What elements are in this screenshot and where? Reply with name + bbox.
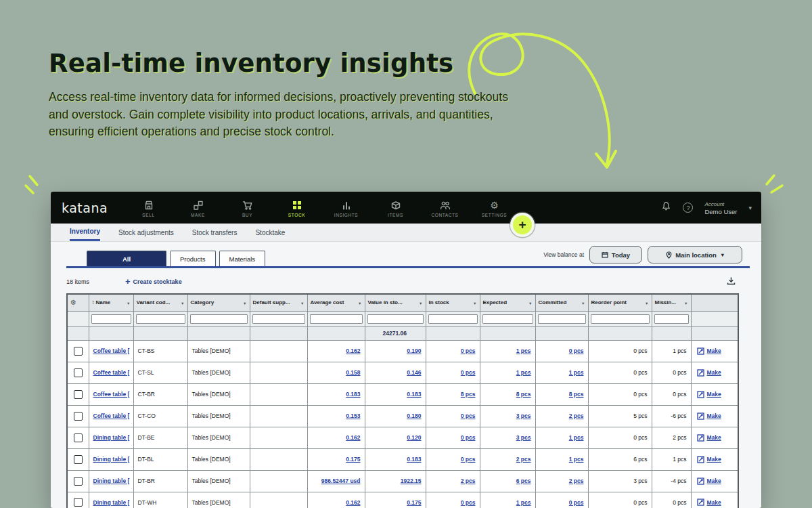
make-action-button[interactable]: Make	[697, 412, 734, 420]
value-in-stock-link[interactable]: 0.175	[407, 499, 421, 506]
nav-item-stock-active[interactable]: STOCK	[272, 198, 321, 217]
item-name-link[interactable]: Coffee table [	[93, 369, 130, 376]
expected-link[interactable]: 8 pcs	[516, 391, 531, 398]
value-in-stock-link[interactable]: 0.183	[407, 456, 421, 463]
missing-filter-input[interactable]	[654, 314, 689, 324]
in-stock-link[interactable]: 0 pcs	[461, 434, 476, 441]
item-name-link[interactable]: Coffee table [	[93, 412, 130, 419]
committed-link[interactable]: 1 pcs	[569, 434, 584, 441]
nav-item-contacts[interactable]: CONTACTS	[420, 198, 470, 217]
name-filter-input[interactable]	[91, 314, 131, 324]
average-cost-link[interactable]: 0.162	[346, 499, 360, 506]
average-cost-link[interactable]: 0.162	[346, 434, 360, 441]
date-picker-button[interactable]: Today	[589, 246, 642, 263]
in-stock-link[interactable]: 0 pcs	[461, 347, 476, 354]
export-download-icon[interactable]	[727, 276, 736, 288]
column-variant-code-header[interactable]: Variant cod...▼	[133, 294, 187, 311]
column-average-cost-header[interactable]: Average cost▼	[307, 294, 365, 311]
filter-pill-materials[interactable]: Materials	[219, 251, 266, 266]
chevron-down-icon[interactable]: ▾	[748, 205, 752, 211]
make-action-button[interactable]: Make	[697, 434, 734, 442]
row-checkbox[interactable]	[74, 455, 83, 464]
nav-item-buy[interactable]: BUY	[223, 198, 272, 217]
nav-item-make[interactable]: MAKE	[173, 198, 223, 217]
average-cost-link[interactable]: 0.158	[346, 369, 360, 376]
notifications-bell-icon[interactable]	[661, 201, 671, 214]
make-action-button[interactable]: Make	[697, 478, 734, 485]
row-checkbox[interactable]	[74, 412, 83, 421]
tab-stock-transfers[interactable]: Stock transfers	[192, 224, 238, 241]
create-stocktake-button[interactable]: + Create stocktake	[125, 277, 182, 286]
in-stock-link[interactable]: 0 pcs	[461, 369, 476, 376]
in-stock-link[interactable]: 0 pcs	[461, 456, 476, 463]
item-name-link[interactable]: Dining table [	[93, 434, 130, 441]
item-name-link[interactable]: Coffee table [	[93, 347, 130, 354]
value-in-stock-filter-input[interactable]	[367, 314, 424, 324]
nav-item-insights[interactable]: INSIGHTS	[321, 198, 371, 217]
nav-item-settings[interactable]: ⚙ SETTINGS	[470, 198, 519, 217]
create-new-fab-button[interactable]: +	[513, 215, 532, 234]
variant-code-filter-input[interactable]	[136, 314, 185, 324]
average-cost-link[interactable]: 0.183	[346, 391, 360, 398]
committed-link[interactable]: 2 pcs	[569, 478, 584, 484]
column-expected-header[interactable]: Expected▼	[480, 294, 535, 311]
value-in-stock-link[interactable]: 0.190	[407, 347, 421, 354]
make-action-button[interactable]: Make	[697, 369, 734, 377]
expected-filter-input[interactable]	[482, 314, 533, 324]
column-reorder-point-header[interactable]: Reorder point▼	[588, 294, 652, 311]
value-in-stock-link[interactable]: 0.146	[407, 369, 421, 376]
reorder-point-filter-input[interactable]	[591, 314, 650, 324]
expected-link[interactable]: 2 pcs	[516, 456, 531, 463]
in-stock-filter-input[interactable]	[428, 314, 478, 324]
column-category-header[interactable]: Category▼	[187, 294, 250, 311]
column-name-header[interactable]: ↕Name▼	[89, 294, 133, 311]
make-action-button[interactable]: Make	[697, 499, 734, 506]
tab-inventory[interactable]: Inventory	[70, 224, 100, 241]
row-checkbox[interactable]	[74, 390, 83, 399]
tab-stock-adjustments[interactable]: Stock adjustments	[118, 224, 174, 241]
make-action-button[interactable]: Make	[697, 347, 734, 355]
tab-stocktake[interactable]: Stocktake	[255, 224, 285, 241]
row-checkbox[interactable]	[74, 498, 83, 507]
supplier-filter-input[interactable]	[252, 314, 305, 324]
expected-link[interactable]: 3 pcs	[516, 434, 531, 441]
value-in-stock-link[interactable]: 0.183	[407, 391, 421, 398]
column-default-supplier-header[interactable]: Default supp...▼	[250, 294, 307, 311]
column-in-stock-header[interactable]: In stock▼	[426, 294, 480, 311]
filter-pill-all[interactable]: All	[87, 251, 166, 266]
item-name-link[interactable]: Dining table [	[93, 499, 130, 506]
average-cost-filter-input[interactable]	[310, 314, 363, 324]
value-in-stock-link[interactable]: 1922.15	[401, 478, 422, 484]
nav-item-sell[interactable]: SELL	[124, 198, 173, 217]
make-action-button[interactable]: Make	[697, 456, 734, 463]
average-cost-link[interactable]: 0.153	[346, 412, 360, 419]
location-picker-button[interactable]: Main location ▾	[648, 246, 742, 263]
average-cost-link[interactable]: 0.175	[346, 456, 360, 463]
expected-link[interactable]: 6 pcs	[516, 478, 531, 484]
value-in-stock-link[interactable]: 0.180	[407, 412, 421, 419]
help-icon[interactable]: ?	[683, 203, 693, 213]
column-committed-header[interactable]: Committed▼	[535, 294, 588, 311]
in-stock-link[interactable]: 0 pcs	[461, 412, 476, 419]
column-missing-header[interactable]: Missin...▼	[652, 294, 691, 311]
item-name-link[interactable]: Dining table [	[93, 478, 130, 484]
expected-link[interactable]: 1 pcs	[516, 499, 531, 506]
expected-link[interactable]: 1 pcs	[516, 369, 531, 376]
average-cost-link[interactable]: 986.52447 usd	[321, 478, 361, 484]
row-checkbox[interactable]	[74, 477, 83, 486]
in-stock-link[interactable]: 8 pcs	[461, 391, 476, 398]
column-value-in-stock-header[interactable]: Value in sto...▼	[365, 294, 426, 311]
value-in-stock-link[interactable]: 0.120	[407, 434, 421, 441]
committed-link[interactable]: 0 pcs	[569, 347, 584, 354]
committed-link[interactable]: 0 pcs	[569, 499, 584, 506]
nav-item-items[interactable]: ITEMS	[371, 198, 420, 217]
average-cost-link[interactable]: 0.162	[346, 347, 360, 354]
column-settings-header[interactable]: ⚙	[67, 294, 89, 311]
account-menu[interactable]: Account Demo User	[704, 200, 737, 215]
item-name-link[interactable]: Dining table [	[93, 456, 130, 463]
filter-pill-products[interactable]: Products	[170, 251, 216, 266]
in-stock-link[interactable]: 0 pcs	[461, 499, 476, 506]
committed-link[interactable]: 2 pcs	[569, 412, 584, 419]
category-filter-input[interactable]	[190, 314, 248, 324]
row-checkbox[interactable]	[74, 433, 83, 442]
